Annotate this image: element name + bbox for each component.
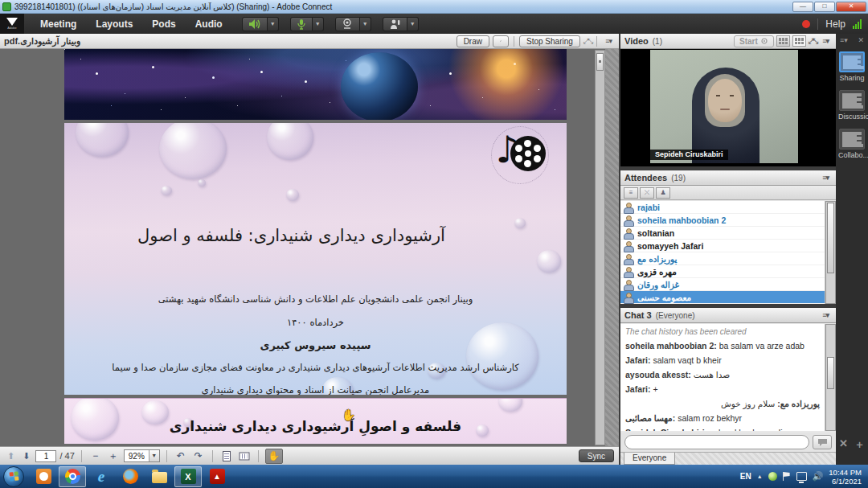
menu-item[interactable]: Audio: [187, 15, 231, 33]
volume-icon[interactable]: 🔊: [813, 471, 824, 482]
status-control: ▼: [383, 17, 419, 31]
sync-button[interactable]: Sync: [579, 449, 614, 462]
attendee-row[interactable]: soheila mahboobian 2: [620, 214, 825, 227]
attendee-list[interactable]: rajabi soheila mahboobian 2 soltanian so…: [620, 201, 825, 304]
raise-hand-button[interactable]: [383, 17, 407, 31]
document-area[interactable]: ♪ آرشیوداری دیداری شنیداری: فلسفه و اصول…: [0, 49, 619, 446]
attendees-scrollbar[interactable]: [825, 201, 836, 304]
adobe-connect-window: 3992181401801) (کلاس آنلاین مدیریت اسناد…: [0, 0, 868, 488]
attendee-row[interactable]: soltanian: [620, 227, 825, 240]
document-toolbar: ⬆ ⬇ / 47 − ＋ 92% ▼ ↶ ↷ ✋ Sync: [0, 446, 619, 465]
draw-button[interactable]: Draw: [457, 35, 489, 47]
attendee-row[interactable]: معصومه حسنی: [620, 291, 825, 304]
attendees-count: (19): [671, 174, 686, 182]
scrollbar-thumb[interactable]: [596, 53, 604, 71]
scrollbar-thumb[interactable]: [827, 357, 834, 389]
whiteboard-pointer-button[interactable]: [493, 35, 509, 47]
taskbar-excel[interactable]: X: [174, 466, 202, 487]
attendee-row[interactable]: پوریزاده مع: [620, 252, 825, 265]
webcam-button[interactable]: [335, 17, 360, 31]
layout-thumbnail-icon: [839, 129, 865, 150]
grid-view-icon[interactable]: [776, 35, 790, 47]
connection-signal-icon[interactable]: [853, 19, 862, 29]
chat-text: salam vaqt b kheir: [653, 355, 721, 365]
webcam-dropdown[interactable]: ▼: [360, 17, 371, 31]
breakout-view-icon[interactable]: ⤬: [640, 187, 654, 199]
action-center-icon[interactable]: [783, 472, 791, 481]
previous-page-button[interactable]: ⬆: [5, 451, 17, 461]
close-button[interactable]: ✕: [836, 2, 866, 12]
menu-item[interactable]: Pods: [144, 15, 183, 33]
pan-tool-button[interactable]: ✋: [265, 449, 283, 464]
webcam-video[interactable]: Sepideh Ciruskabiri: [650, 50, 798, 163]
fit-width-button[interactable]: [219, 449, 234, 463]
taskbar-firefox[interactable]: [117, 466, 144, 487]
adobe-logo-icon[interactable]: Adobe: [0, 14, 24, 34]
page-number-input[interactable]: [35, 450, 56, 462]
chat-sender: پوریزاده مع:: [777, 399, 820, 408]
microphone-button[interactable]: [290, 17, 313, 31]
status-view-icon[interactable]: ♟: [656, 187, 670, 199]
maximize-button[interactable]: □: [814, 2, 835, 12]
layout-bar-close-icon[interactable]: ✕: [858, 36, 864, 44]
next-page-button[interactable]: ⬇: [20, 451, 32, 461]
remove-pod-icon[interactable]: ✕: [839, 437, 848, 452]
share-pod-menu-icon[interactable]: ≡▾: [602, 37, 615, 45]
chat-message-input[interactable]: [624, 435, 809, 449]
chat-sender: Jafari:: [625, 384, 651, 394]
zoom-select[interactable]: 92% ▼: [124, 449, 160, 462]
stop-sharing-button[interactable]: Stop Sharing: [519, 35, 580, 47]
taskbar-internet-explorer[interactable]: e: [88, 466, 115, 487]
filmstrip-view-icon[interactable]: [792, 35, 806, 47]
chat-scrollbar[interactable]: [825, 324, 836, 431]
attendees-pod-menu-icon[interactable]: ≡▾: [819, 174, 832, 182]
start-button[interactable]: [3, 466, 24, 487]
zoom-out-button[interactable]: −: [88, 449, 103, 463]
taskbar-media-player[interactable]: [30, 466, 57, 487]
video-pod-menu-icon[interactable]: ≡▾: [819, 37, 832, 45]
document-scrollbar[interactable]: [595, 50, 605, 445]
layout-option[interactable]: Discussion: [838, 90, 866, 121]
layout-option[interactable]: Sharing: [838, 51, 866, 82]
taskbar-acrobat[interactable]: ▲: [203, 466, 231, 487]
send-message-button[interactable]: [813, 435, 832, 449]
attendee-row[interactable]: rajabi: [620, 201, 825, 214]
fullscreen-icon[interactable]: ⤢⤡: [583, 37, 592, 46]
start-webcam-button[interactable]: Start: [734, 35, 774, 47]
help-menu[interactable]: Help: [825, 18, 845, 30]
clock[interactable]: 10:44 PM 6/1/2021: [829, 468, 862, 486]
hidden-icons-button[interactable]: ▲: [757, 474, 763, 479]
chat-pod-menu-icon[interactable]: ≡▾: [819, 311, 832, 319]
add-pod-icon[interactable]: ＋: [854, 437, 865, 452]
layout-bar-menu-icon[interactable]: ≡▾: [840, 36, 848, 44]
attendee-row[interactable]: somayyeh Jafari: [620, 240, 825, 252]
speaker-button[interactable]: [242, 17, 268, 31]
menu-item[interactable]: Layouts: [88, 15, 141, 33]
chat-messages[interactable]: The chat history has been cleared soheil…: [620, 324, 825, 431]
video-fullscreen-icon[interactable]: ⤢⤡: [809, 37, 817, 46]
layout-bar: ≡▾ ✕ Sharing Discussion Collabo... ✕ ＋: [836, 34, 868, 465]
list-view-icon[interactable]: ≡: [624, 187, 638, 199]
taskbar-file-explorer[interactable]: [145, 466, 173, 487]
minimize-button[interactable]: —: [792, 2, 813, 12]
zoom-in-button[interactable]: ＋: [106, 449, 121, 463]
rotate-left-button[interactable]: ↶: [174, 449, 188, 463]
network-icon[interactable]: [796, 472, 807, 481]
everyone-tab[interactable]: Everyone: [624, 453, 675, 465]
rotate-right-button[interactable]: ↷: [191, 449, 206, 463]
zoom-dropdown-icon[interactable]: ▼: [149, 450, 159, 461]
status-dropdown[interactable]: ▼: [407, 17, 419, 31]
taskbar-chrome[interactable]: [59, 466, 86, 487]
antivirus-tray-icon[interactable]: [768, 472, 777, 481]
scrollbar-thumb[interactable]: [827, 203, 834, 273]
window-title: 3992181401801) (کلاس آنلاین مدیریت اسناد…: [14, 2, 792, 11]
menu-item[interactable]: Meeting: [32, 15, 84, 33]
attendee-row[interactable]: مهره قزوی: [620, 265, 825, 278]
attendees-pod-header: Attendees (19) ≡▾: [620, 170, 836, 186]
attendee-row[interactable]: غزاله ورقان: [620, 278, 825, 291]
language-indicator[interactable]: EN: [740, 472, 751, 481]
layout-option[interactable]: Collabo...: [838, 129, 866, 159]
speaker-dropdown[interactable]: ▼: [268, 17, 279, 31]
microphone-dropdown[interactable]: ▼: [313, 17, 324, 31]
fit-page-button[interactable]: [237, 449, 252, 463]
